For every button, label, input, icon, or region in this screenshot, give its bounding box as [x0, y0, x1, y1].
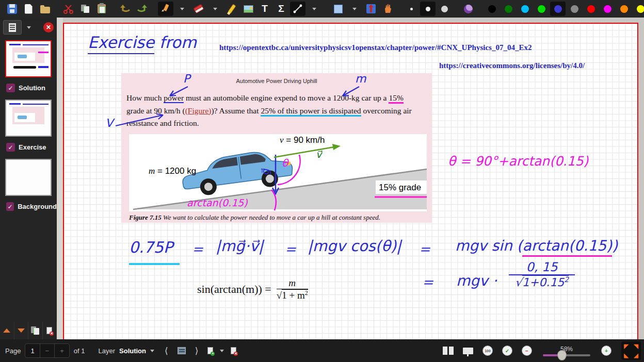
layer-move-up-button[interactable] [0, 322, 14, 339]
add-page-button[interactable]: + [207, 347, 213, 354]
shape-recognizer-button[interactable] [290, 2, 305, 16]
paste-button[interactable] [94, 2, 109, 16]
layer-move-down-button[interactable] [14, 322, 29, 339]
color-dot [620, 5, 628, 13]
next-annotated-page-button[interactable]: ⟩ [195, 345, 199, 356]
layer-label: Background [18, 203, 57, 210]
select-options-dropdown[interactable] [347, 2, 362, 16]
delete-page-button[interactable]: ✕ [231, 347, 236, 354]
layer-thumbnail-solution[interactable] [5, 40, 52, 77]
copy-icon [81, 4, 90, 13]
sidebar-close-button[interactable]: ✕ [43, 22, 54, 32]
zoom-fit-button[interactable]: ✓ [502, 345, 512, 356]
license-url-link[interactable]: https://creativecommons.org/licenses/by/… [439, 61, 585, 70]
chevron-down-icon[interactable] [150, 350, 154, 352]
zoom-slider-handle[interactable] [557, 350, 567, 360]
save-icon [7, 4, 17, 14]
page-count-label: of 1 [74, 347, 85, 355]
layer-thumbnail-exercise[interactable] [5, 100, 52, 137]
select-rectangle-button[interactable] [330, 2, 346, 16]
figure-link[interactable]: (Figure) [185, 106, 212, 115]
theta-equation: θ = 90°+arctan(0.15) [448, 154, 588, 169]
zoom-out-button[interactable]: − [522, 345, 532, 356]
cut-button[interactable] [61, 2, 76, 16]
document-canvas[interactable]: Exercise from https://opentextbc.ca/univ… [63, 18, 644, 339]
page-decrement-button[interactable]: − [40, 344, 55, 357]
vertical-space-button[interactable] [363, 2, 379, 16]
fill-toggle-button[interactable] [460, 2, 476, 16]
chevron-down-icon[interactable] [220, 350, 224, 352]
math-tex-button[interactable]: Σ [273, 2, 289, 16]
hand-tool-button[interactable] [380, 2, 395, 16]
new-document-button[interactable] [21, 2, 36, 16]
color-swatch-2[interactable] [517, 2, 533, 16]
page-label: Page [5, 347, 21, 355]
layer-visibility-checkbox[interactable]: ✓ [6, 202, 14, 211]
sidebar-tab-button[interactable] [3, 20, 22, 35]
equals-sign: = [419, 241, 430, 257]
zoom-in-button[interactable]: + [601, 345, 611, 356]
text-tool-button[interactable]: T [257, 2, 272, 16]
layer-select[interactable]: Solution [119, 347, 146, 355]
fullscreen-button[interactable]: ◤◥◣◢ [621, 341, 641, 360]
color-swatch-9[interactable] [633, 2, 644, 16]
insert-image-button[interactable] [240, 2, 256, 16]
vertical-scrollbar[interactable] [57, 18, 63, 339]
layer-thumbnail-background[interactable] [5, 159, 52, 196]
pen-size-medium-button[interactable] [420, 2, 436, 16]
save-button[interactable] [4, 2, 20, 16]
color-dot [488, 5, 496, 13]
color-swatch-3[interactable] [534, 2, 549, 16]
main-area: ✕ ✓ Solution ✓ Exercise [0, 18, 644, 339]
color-swatch-7[interactable] [600, 2, 615, 16]
page-increment-button[interactable]: + [54, 344, 69, 357]
color-swatch-8[interactable] [616, 2, 632, 16]
scissors-icon [63, 4, 74, 14]
sidebar-header: ✕ [0, 18, 57, 37]
highlighter-tool-button[interactable] [224, 2, 239, 16]
color-swatch-1[interactable] [501, 2, 516, 16]
solution-sin-form: mgv sin (arctan(0.15)) [455, 237, 618, 254]
dual-page-view-button[interactable] [443, 347, 454, 355]
prev-annotated-page-button[interactable]: ⟨ [165, 345, 168, 356]
shape-options-dropdown[interactable] [307, 2, 322, 16]
redo-button[interactable] [134, 2, 150, 16]
zoom-slider[interactable] [543, 354, 590, 356]
dot-fine-icon [410, 8, 413, 10]
eraser-options-dropdown[interactable] [207, 2, 223, 16]
layer-preview-sidebar: ✕ ✓ Solution ✓ Exercise [0, 18, 57, 339]
annotated-page-icon[interactable] [178, 347, 186, 354]
text-tool-icon: T [262, 3, 268, 14]
pen-options-dropdown[interactable] [174, 2, 190, 16]
color-swatch-4[interactable] [550, 2, 566, 16]
paste-icon [98, 4, 106, 13]
pen-size-fine-button[interactable] [404, 2, 419, 16]
color-dot [604, 5, 611, 13]
power-underlined: power [164, 93, 184, 103]
layer-delete-button[interactable]: ✕ [43, 322, 57, 339]
layer-copy-button[interactable] [28, 322, 43, 339]
pen-size-thick-button[interactable] [437, 2, 452, 16]
layer-visibility-checkbox[interactable]: ✓ [6, 84, 15, 92]
pen-tool-button[interactable] [158, 2, 173, 16]
annotation-m: m [355, 72, 366, 85]
chevron-down-icon[interactable] [27, 26, 31, 29]
handwritten-title: Exercise from [88, 33, 197, 52]
color-swatch-6[interactable] [583, 2, 599, 16]
spline-icon [293, 4, 303, 14]
undo-button[interactable] [118, 2, 133, 16]
dissipated-underlined: 25% of this power is dissipated [261, 106, 361, 117]
layer-visibility-checkbox[interactable]: ✓ [6, 143, 15, 152]
color-swatch-0[interactable] [484, 2, 500, 16]
open-button[interactable] [37, 2, 53, 16]
page-number-input[interactable]: 1 [25, 344, 39, 357]
page-spinner: 1 − + [25, 343, 69, 358]
color-swatch-5[interactable] [567, 2, 582, 16]
presentation-mode-button[interactable] [463, 348, 473, 354]
document-page[interactable]: Exercise from https://opentextbc.ca/univ… [63, 23, 638, 339]
eraser-tool-button[interactable] [191, 2, 206, 16]
grade-label: 15% grade [379, 183, 421, 193]
copy-button[interactable] [77, 2, 93, 16]
zoom-100-button[interactable]: 100 [482, 345, 493, 356]
source-url-link[interactable]: https://opentextbc.ca/universityphysicsv… [219, 43, 532, 52]
